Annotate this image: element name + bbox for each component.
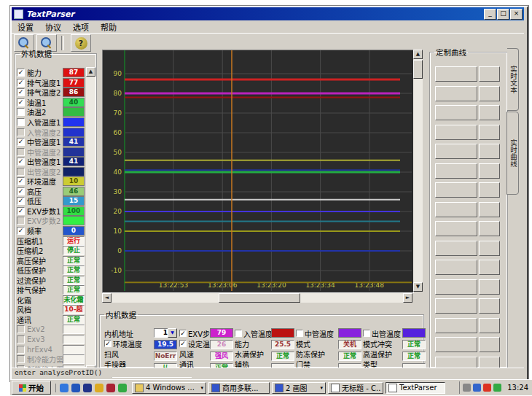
checkbox[interactable]: ✓ — [179, 330, 187, 337]
update-icon[interactable] — [118, 384, 127, 392]
curve-slot-button[interactable] — [435, 221, 477, 236]
vscroll-thumb[interactable] — [413, 60, 423, 79]
menu-bar: 设置协议选项帮助 — [12, 20, 524, 33]
outdoor-item-label: 通讯 — [17, 314, 63, 325]
maximize-button[interactable]: □ — [497, 9, 509, 20]
curve-slot-button[interactable] — [435, 298, 477, 314]
indoor-value-badge: 正常 — [271, 352, 294, 361]
taskbar-button[interactable]: 无标题 - C... — [328, 382, 383, 394]
curve-slot-button[interactable] — [435, 66, 477, 82]
start-label: 开始 — [28, 382, 44, 393]
checkbox[interactable] — [235, 330, 242, 337]
checkbox[interactable]: ✓ — [17, 177, 25, 185]
close-button[interactable]: × — [510, 9, 523, 20]
taskbar-button[interactable]: 4 Windows ...▾ — [132, 382, 206, 394]
start-button[interactable]: 开始 — [12, 381, 51, 395]
menu-item[interactable]: 设置 — [12, 20, 39, 34]
curve-value-button[interactable] — [479, 105, 500, 120]
curve-slot-button[interactable] — [435, 279, 477, 295]
magnifier-icon — [18, 37, 30, 49]
checkbox[interactable]: ✓ — [17, 88, 25, 96]
scroll-left-icon[interactable]: ◄ — [102, 293, 112, 303]
explorer-icon[interactable] — [71, 384, 80, 392]
mail-icon[interactable] — [95, 384, 103, 392]
minimize-button[interactable]: _ — [484, 9, 496, 20]
curve-value-button[interactable] — [479, 66, 500, 82]
curve-value-button[interactable] — [479, 298, 500, 314]
checkbox[interactable]: ✓ — [17, 197, 25, 205]
curve-slot-button[interactable] — [435, 202, 477, 217]
title-bar[interactable]: TextParser _ □ × — [12, 7, 524, 20]
menu-item[interactable]: 帮助 — [95, 20, 122, 34]
taskbar-button[interactable]: TextParser — [386, 382, 445, 394]
curve-slot-button[interactable] — [435, 144, 477, 159]
indoor-label-text: 风速 — [179, 349, 194, 360]
curve-slot-button[interactable] — [435, 337, 477, 352]
curve-value-button[interactable] — [479, 318, 500, 333]
curve-value-button[interactable] — [479, 182, 500, 198]
curve-slot-button[interactable] — [435, 260, 477, 275]
checkbox[interactable]: ✓ — [17, 207, 25, 215]
checkbox[interactable]: ✓ — [17, 69, 25, 77]
checkbox[interactable]: ✓ — [17, 187, 25, 195]
scroll-up-icon[interactable]: ▲ — [86, 67, 95, 77]
checkbox[interactable]: ✓ — [104, 340, 112, 347]
monitor-icon[interactable] — [493, 384, 501, 392]
checkbox[interactable]: ✓ — [17, 227, 25, 235]
curve-value-button[interactable] — [479, 86, 500, 101]
curve-slot-button[interactable] — [435, 125, 477, 140]
menu-item[interactable]: 协议 — [39, 20, 67, 34]
menu-item[interactable]: 选项 — [67, 20, 95, 34]
curve-slot-button[interactable] — [435, 318, 477, 333]
taskbar-button[interactable]: 2 画图▾ — [272, 382, 326, 394]
chart-vertical-scrollbar[interactable]: ▲ ▼ — [413, 50, 423, 292]
curve-value-button[interactable] — [479, 221, 500, 236]
checkbox[interactable] — [17, 118, 25, 126]
checkbox[interactable] — [296, 330, 303, 337]
outdoor-data-row: 入管温度1 — [17, 117, 85, 128]
curve-slot-button[interactable] — [435, 105, 477, 120]
taskbar-button[interactable]: 商用多联... — [208, 382, 270, 394]
dropdown-arrow-icon[interactable]: ▾ — [320, 385, 323, 391]
scroll-right-icon[interactable]: ► — [403, 293, 412, 303]
curve-slot-button[interactable] — [435, 182, 477, 198]
scroll-up-icon[interactable]: ▲ — [413, 50, 423, 59]
checkbox[interactable]: ✓ — [17, 138, 25, 146]
tab-realtime-curve[interactable]: 实时曲线 — [506, 112, 519, 195]
curve-value-button[interactable] — [479, 144, 500, 159]
hscroll-thumb[interactable] — [219, 293, 300, 303]
chart-horizontal-scrollbar[interactable]: ◄ ► — [102, 293, 412, 303]
curve-value-button[interactable] — [479, 202, 500, 217]
media-icon[interactable] — [83, 384, 92, 392]
checkbox[interactable]: ✓ — [179, 340, 187, 347]
indoor-label-row: 出管温度 — [363, 328, 401, 338]
printer-icon[interactable] — [463, 384, 471, 392]
indoor-unit-address-select[interactable]: 1▼ — [154, 328, 177, 338]
curve-slot-button[interactable] — [435, 163, 477, 179]
checkbox[interactable] — [17, 108, 25, 116]
network-icon[interactable] — [473, 384, 481, 392]
curve-value-button[interactable] — [479, 163, 500, 179]
antivirus-icon[interactable] — [483, 384, 491, 392]
browser-icon[interactable] — [60, 384, 69, 392]
curve-slot-button[interactable] — [435, 86, 477, 101]
dropdown-arrow-icon[interactable]: ▼ — [168, 328, 177, 338]
curve-value-button[interactable] — [479, 279, 500, 295]
chart-area[interactable]: 13:22:5313:23:0613:23:2013:23:3413:23:48… — [102, 50, 414, 293]
checkbox[interactable]: ✓ — [17, 158, 25, 166]
dropdown-arrow-icon[interactable]: ▾ — [200, 385, 203, 391]
curve-value-button[interactable] — [479, 337, 500, 352]
checkbox[interactable] — [363, 330, 370, 337]
curve-value-button[interactable] — [479, 260, 500, 275]
value-badge — [63, 325, 85, 334]
tab-realtime-text[interactable]: 实时文本 — [507, 48, 519, 111]
outdoor-item-label: Exv2 — [27, 325, 63, 333]
checkbox[interactable]: ✓ — [17, 79, 25, 87]
checkbox[interactable]: ✓ — [17, 98, 25, 106]
scroll-down-icon[interactable]: ▼ — [413, 282, 423, 292]
security-icon[interactable] — [106, 384, 115, 392]
curve-value-button[interactable] — [479, 241, 500, 256]
curve-slot-button[interactable] — [435, 241, 477, 256]
curve-value-button[interactable] — [479, 125, 500, 140]
left-scrollbar[interactable]: ▲ ▼ — [86, 67, 95, 375]
